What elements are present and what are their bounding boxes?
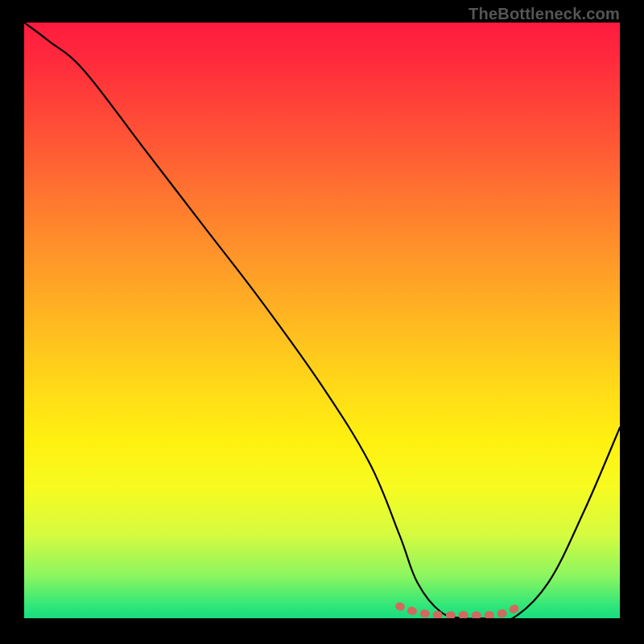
chart-plot-area	[24, 23, 620, 618]
chart-svg	[24, 23, 620, 618]
watermark-text: TheBottleneck.com	[469, 5, 620, 23]
optimum-band-path	[399, 606, 518, 615]
bottleneck-curve-path	[24, 23, 620, 618]
